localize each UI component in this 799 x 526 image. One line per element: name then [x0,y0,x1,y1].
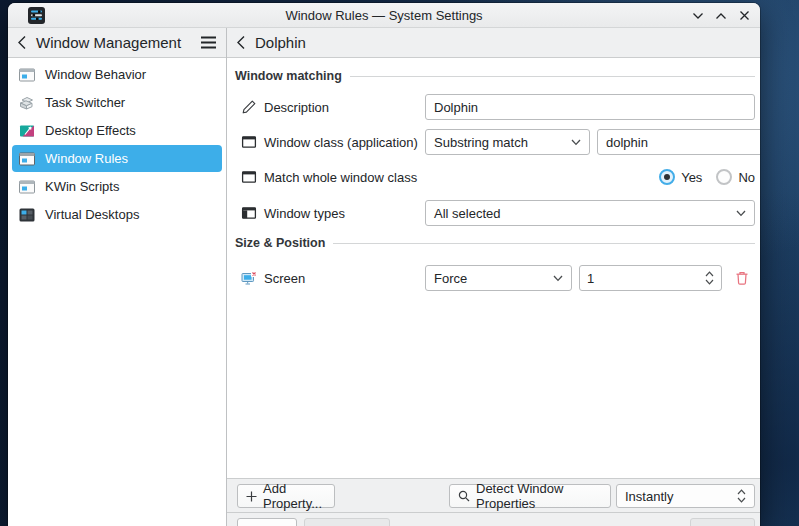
sidebar-title: Window Management [36,34,191,51]
window-class-match-select[interactable]: Substring match [425,129,590,155]
partial-button-left-2[interactable] [304,518,390,526]
search-icon [458,490,470,502]
partial-button-right[interactable] [690,518,755,526]
row-window-types: Window types All selected [241,200,755,226]
window-behavior-icon [18,66,36,84]
screen-number-spinbox[interactable]: 1 [579,265,722,291]
system-settings-window: Window Rules — System Settings [8,3,760,526]
hamburger-menu-icon[interactable] [200,36,217,49]
sidebar-item-label: Virtual Desktops [45,207,139,222]
detect-delay-spinbox[interactable]: Instantly [616,484,755,508]
screen-remove-icon [241,270,257,286]
desktop-background: Window Rules — System Settings [0,0,799,526]
screen-label: Screen [264,271,425,286]
sidebar-item-label: Window Behavior [45,67,146,82]
window-title: Window Rules — System Settings [8,3,760,28]
spin-down-icon [705,279,714,285]
minimize-button[interactable] [691,9,705,23]
titlebar[interactable]: Window Rules — System Settings [8,3,760,28]
section-size-position: Size & Position [235,235,755,251]
chevron-down-icon [553,275,563,282]
sidebar: Window Management Window Behavior [8,28,227,526]
rule-title: Dolphin [255,34,751,51]
window-icon [241,134,257,150]
screen-mode-select[interactable]: Force [425,265,572,291]
window-class-label: Window class (application) [264,135,425,150]
sidebar-item-label: Window Rules [45,151,128,166]
radio-selected-icon [659,169,675,185]
sidebar-header: Window Management [8,28,226,58]
chevron-down-icon [736,210,746,217]
detect-window-properties-button[interactable]: Detect Window Properties [449,484,611,508]
window-types-select[interactable]: All selected [425,200,755,226]
row-window-class: Window class (application) Substring mat… [241,129,755,155]
task-switcher-icon [18,94,36,112]
row-match-whole-class: Match whole window class Yes No [241,164,755,190]
sidebar-item-label: Desktop Effects [45,123,136,138]
radio-yes[interactable]: Yes [659,169,702,185]
spin-up-icon [737,489,746,495]
add-property-button[interactable]: Add Property... [237,484,335,508]
back-chevron-icon[interactable] [236,35,246,50]
row-screen: Screen Force 1 [241,265,755,291]
rule-footer: Add Property... Detect Window Properties… [227,478,760,512]
bottom-button-row [227,512,760,526]
spin-down-icon [737,497,746,503]
sidebar-item-kwin-scripts[interactable]: KWin Scripts [12,173,222,200]
maximize-button[interactable] [714,9,728,23]
spin-up-icon [705,271,714,277]
main-panel: Dolphin Window matching Description [227,28,760,526]
row-description: Description [241,94,755,120]
virtual-desktops-icon [18,206,36,224]
desktop-effects-icon [18,122,36,140]
window-rules-icon [18,150,36,168]
trash-icon[interactable] [734,270,750,286]
sidebar-item-window-behavior[interactable]: Window Behavior [12,61,222,88]
plus-icon [246,491,257,502]
rule-form: Window matching Description [227,58,760,478]
chevron-down-icon [571,139,581,146]
sidebar-item-window-rules[interactable]: Window Rules [12,145,222,172]
kwin-scripts-icon [18,178,36,196]
sidebar-item-label: KWin Scripts [45,179,119,194]
window-panel-icon [241,205,257,221]
radio-no[interactable]: No [716,169,755,185]
sidebar-item-task-switcher[interactable]: Task Switcher [12,89,222,116]
description-input[interactable] [425,94,755,120]
main-header: Dolphin [227,28,760,58]
radio-unselected-icon [716,169,732,185]
match-whole-class-label: Match whole window class [264,170,425,185]
partial-button-left-1[interactable] [237,518,297,526]
section-window-matching: Window matching [235,68,755,84]
window-icon [241,169,257,185]
back-chevron-icon[interactable] [17,35,27,50]
description-label: Description [264,100,425,115]
pencil-icon [241,99,257,115]
window-types-label: Window types [264,206,425,221]
window-class-input[interactable] [597,129,760,155]
sidebar-item-label: Task Switcher [45,95,125,110]
sidebar-item-desktop-effects[interactable]: Desktop Effects [12,117,222,144]
sidebar-list: Window Behavior Task Switcher Desktop Ef… [8,58,226,228]
sidebar-item-virtual-desktops[interactable]: Virtual Desktops [12,201,222,228]
close-button[interactable] [737,9,751,23]
